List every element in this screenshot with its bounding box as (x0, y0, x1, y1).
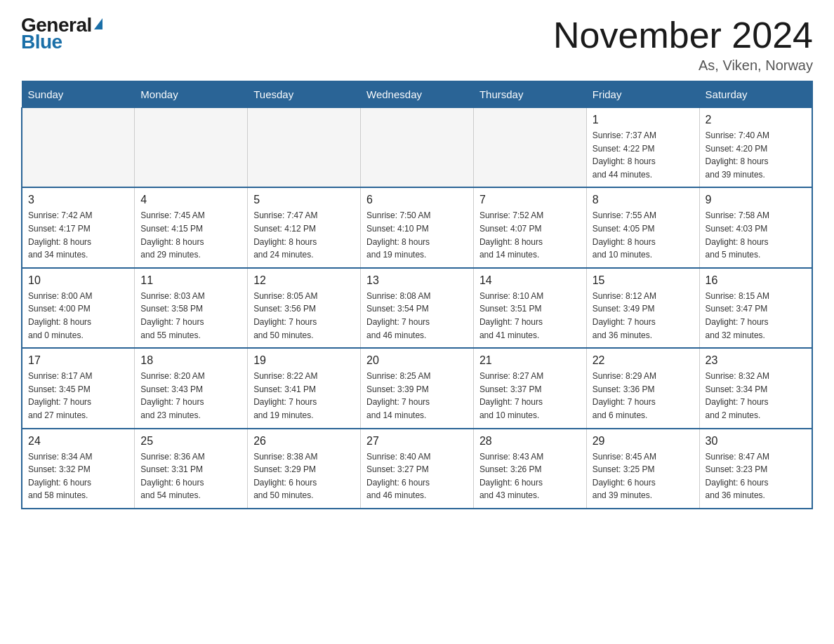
calendar-cell: 28Sunrise: 8:43 AM Sunset: 3:26 PM Dayli… (473, 429, 586, 509)
day-info: Sunrise: 8:10 AM Sunset: 3:51 PM Dayligh… (479, 290, 581, 342)
calendar-cell: 29Sunrise: 8:45 AM Sunset: 3:25 PM Dayli… (586, 429, 699, 509)
day-number: 21 (479, 354, 581, 367)
calendar-header: SundayMondayTuesdayWednesdayThursdayFrid… (22, 81, 812, 108)
day-info: Sunrise: 8:15 AM Sunset: 3:47 PM Dayligh… (706, 290, 806, 342)
weekday-header-sunday: Sunday (22, 81, 135, 108)
day-info: Sunrise: 8:08 AM Sunset: 3:54 PM Dayligh… (366, 290, 468, 342)
day-number: 15 (593, 274, 694, 287)
page-header: General Blue November 2024 As, Viken, No… (21, 14, 813, 74)
day-info: Sunrise: 8:20 AM Sunset: 3:43 PM Dayligh… (140, 370, 241, 422)
calendar-cell: 22Sunrise: 8:29 AM Sunset: 3:36 PM Dayli… (586, 348, 699, 428)
title-block: November 2024 As, Viken, Norway (553, 14, 813, 74)
calendar-cell: 13Sunrise: 8:08 AM Sunset: 3:54 PM Dayli… (361, 268, 474, 348)
calendar-cell: 26Sunrise: 8:38 AM Sunset: 3:29 PM Dayli… (248, 429, 361, 509)
calendar-cell: 10Sunrise: 8:00 AM Sunset: 4:00 PM Dayli… (22, 268, 135, 348)
day-number: 6 (366, 194, 468, 206)
calendar-cell: 9Sunrise: 7:58 AM Sunset: 4:03 PM Daylig… (699, 187, 812, 267)
calendar-cell: 5Sunrise: 7:47 AM Sunset: 4:12 PM Daylig… (248, 187, 361, 267)
day-info: Sunrise: 7:45 AM Sunset: 4:15 PM Dayligh… (140, 209, 241, 261)
calendar-body: 1Sunrise: 7:37 AM Sunset: 4:22 PM Daylig… (22, 108, 812, 509)
calendar-cell: 23Sunrise: 8:32 AM Sunset: 3:34 PM Dayli… (699, 348, 812, 428)
weekday-header-row: SundayMondayTuesdayWednesdayThursdayFrid… (22, 81, 812, 108)
logo: General Blue (21, 14, 102, 53)
day-info: Sunrise: 7:55 AM Sunset: 4:05 PM Dayligh… (593, 209, 694, 261)
day-number: 9 (706, 194, 806, 206)
day-info: Sunrise: 8:36 AM Sunset: 3:31 PM Dayligh… (140, 450, 241, 502)
day-info: Sunrise: 8:03 AM Sunset: 3:58 PM Dayligh… (140, 290, 241, 342)
calendar-cell: 12Sunrise: 8:05 AM Sunset: 3:56 PM Dayli… (248, 268, 361, 348)
day-number: 23 (706, 354, 806, 367)
calendar-row-2: 10Sunrise: 8:00 AM Sunset: 4:00 PM Dayli… (22, 268, 812, 348)
calendar-cell (361, 108, 474, 188)
day-info: Sunrise: 8:25 AM Sunset: 3:39 PM Dayligh… (366, 370, 468, 422)
day-number: 18 (140, 354, 241, 367)
calendar-cell: 4Sunrise: 7:45 AM Sunset: 4:15 PM Daylig… (135, 187, 248, 267)
day-number: 13 (366, 274, 468, 287)
logo-blue-text: Blue (21, 31, 62, 53)
calendar-cell: 17Sunrise: 8:17 AM Sunset: 3:45 PM Dayli… (22, 348, 135, 428)
day-number: 1 (593, 114, 694, 126)
calendar-row-0: 1Sunrise: 7:37 AM Sunset: 4:22 PM Daylig… (22, 108, 812, 188)
day-info: Sunrise: 7:52 AM Sunset: 4:07 PM Dayligh… (479, 209, 581, 261)
day-number: 3 (28, 194, 128, 206)
day-number: 27 (366, 435, 468, 448)
day-info: Sunrise: 8:47 AM Sunset: 3:23 PM Dayligh… (706, 450, 806, 502)
month-title: November 2024 (553, 14, 813, 56)
calendar-cell: 20Sunrise: 8:25 AM Sunset: 3:39 PM Dayli… (361, 348, 474, 428)
day-info: Sunrise: 7:37 AM Sunset: 4:22 PM Dayligh… (593, 129, 694, 181)
calendar-cell: 14Sunrise: 8:10 AM Sunset: 3:51 PM Dayli… (473, 268, 586, 348)
calendar-row-3: 17Sunrise: 8:17 AM Sunset: 3:45 PM Dayli… (22, 348, 812, 428)
calendar-cell: 21Sunrise: 8:27 AM Sunset: 3:37 PM Dayli… (473, 348, 586, 428)
calendar-cell: 15Sunrise: 8:12 AM Sunset: 3:49 PM Dayli… (586, 268, 699, 348)
day-info: Sunrise: 8:43 AM Sunset: 3:26 PM Dayligh… (479, 450, 581, 502)
day-info: Sunrise: 8:38 AM Sunset: 3:29 PM Dayligh… (253, 450, 355, 502)
day-number: 26 (253, 435, 355, 448)
day-number: 29 (593, 435, 694, 448)
day-number: 4 (140, 194, 241, 206)
calendar-cell: 1Sunrise: 7:37 AM Sunset: 4:22 PM Daylig… (586, 108, 699, 188)
day-number: 16 (706, 274, 806, 287)
weekday-header-wednesday: Wednesday (361, 81, 474, 108)
day-info: Sunrise: 8:00 AM Sunset: 4:00 PM Dayligh… (28, 290, 128, 342)
day-number: 28 (479, 435, 581, 448)
day-info: Sunrise: 8:22 AM Sunset: 3:41 PM Dayligh… (253, 370, 355, 422)
calendar-cell: 16Sunrise: 8:15 AM Sunset: 3:47 PM Dayli… (699, 268, 812, 348)
day-info: Sunrise: 7:50 AM Sunset: 4:10 PM Dayligh… (366, 209, 468, 261)
day-info: Sunrise: 8:27 AM Sunset: 3:37 PM Dayligh… (479, 370, 581, 422)
calendar-cell (248, 108, 361, 188)
day-info: Sunrise: 8:34 AM Sunset: 3:32 PM Dayligh… (28, 450, 128, 502)
weekday-header-friday: Friday (586, 81, 699, 108)
calendar-cell: 27Sunrise: 8:40 AM Sunset: 3:27 PM Dayli… (361, 429, 474, 509)
day-number: 19 (253, 354, 355, 367)
calendar-cell: 25Sunrise: 8:36 AM Sunset: 3:31 PM Dayli… (135, 429, 248, 509)
day-info: Sunrise: 8:05 AM Sunset: 3:56 PM Dayligh… (253, 290, 355, 342)
day-info: Sunrise: 7:42 AM Sunset: 4:17 PM Dayligh… (28, 209, 128, 261)
calendar-cell: 30Sunrise: 8:47 AM Sunset: 3:23 PM Dayli… (699, 429, 812, 509)
day-number: 25 (140, 435, 241, 448)
weekday-header-tuesday: Tuesday (248, 81, 361, 108)
day-info: Sunrise: 8:12 AM Sunset: 3:49 PM Dayligh… (593, 290, 694, 342)
day-number: 12 (253, 274, 355, 287)
logo-triangle-icon (94, 18, 102, 29)
day-number: 20 (366, 354, 468, 367)
weekday-header-thursday: Thursday (473, 81, 586, 108)
calendar-cell: 19Sunrise: 8:22 AM Sunset: 3:41 PM Dayli… (248, 348, 361, 428)
day-number: 11 (140, 274, 241, 287)
calendar-cell: 18Sunrise: 8:20 AM Sunset: 3:43 PM Dayli… (135, 348, 248, 428)
day-info: Sunrise: 8:29 AM Sunset: 3:36 PM Dayligh… (593, 370, 694, 422)
day-info: Sunrise: 8:17 AM Sunset: 3:45 PM Dayligh… (28, 370, 128, 422)
calendar-cell: 2Sunrise: 7:40 AM Sunset: 4:20 PM Daylig… (699, 108, 812, 188)
day-number: 7 (479, 194, 581, 206)
calendar-table: SundayMondayTuesdayWednesdayThursdayFrid… (21, 81, 813, 509)
day-info: Sunrise: 8:32 AM Sunset: 3:34 PM Dayligh… (706, 370, 806, 422)
weekday-header-saturday: Saturday (699, 81, 812, 108)
calendar-cell: 7Sunrise: 7:52 AM Sunset: 4:07 PM Daylig… (473, 187, 586, 267)
calendar-cell (22, 108, 135, 188)
day-info: Sunrise: 8:40 AM Sunset: 3:27 PM Dayligh… (366, 450, 468, 502)
day-number: 5 (253, 194, 355, 206)
day-number: 14 (479, 274, 581, 287)
location-text: As, Viken, Norway (553, 58, 813, 74)
day-info: Sunrise: 8:45 AM Sunset: 3:25 PM Dayligh… (593, 450, 694, 502)
day-info: Sunrise: 7:47 AM Sunset: 4:12 PM Dayligh… (253, 209, 355, 261)
day-info: Sunrise: 7:58 AM Sunset: 4:03 PM Dayligh… (706, 209, 806, 261)
